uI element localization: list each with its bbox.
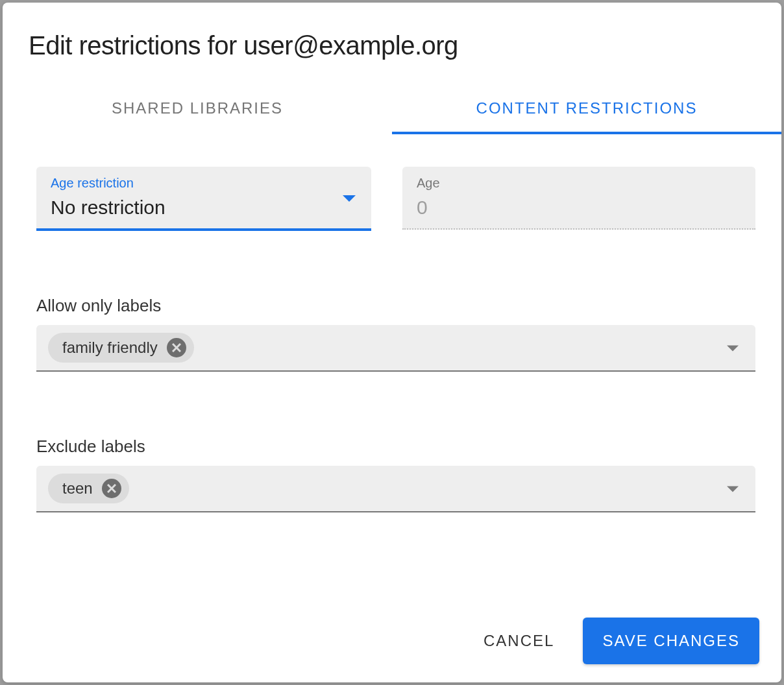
exclude-labels-field[interactable]: teen xyxy=(36,466,755,512)
chip-remove-icon[interactable] xyxy=(167,338,186,357)
chip-exclude-label: teen xyxy=(48,474,129,503)
chevron-down-icon xyxy=(727,486,739,492)
age-input[interactable]: Age 0 xyxy=(402,167,755,230)
chip-label: family friendly xyxy=(62,339,158,357)
chevron-down-icon xyxy=(343,195,356,202)
allow-only-labels-field[interactable]: family friendly xyxy=(36,325,755,372)
allow-only-labels-title: Allow only labels xyxy=(36,296,755,316)
chip-allow-label: family friendly xyxy=(48,333,194,363)
age-restriction-label: Age restriction xyxy=(51,176,358,191)
tabs: Shared Libraries Content Restrictions xyxy=(3,81,781,134)
chevron-down-icon xyxy=(727,345,739,351)
age-restriction-select[interactable]: Age restriction No restriction xyxy=(36,167,371,231)
tab-panel-content-restrictions: Age restriction No restriction Age 0 All… xyxy=(3,134,781,532)
allow-only-labels-section: Allow only labels family friendly xyxy=(36,296,755,372)
edit-restrictions-dialog: Edit restrictions for user@example.org S… xyxy=(3,3,781,682)
age-label: Age xyxy=(417,176,742,191)
tab-shared-libraries[interactable]: Shared Libraries xyxy=(3,81,392,134)
dialog-title: Edit restrictions for user@example.org xyxy=(3,3,781,81)
age-placeholder: 0 xyxy=(417,193,742,222)
exclude-labels-section: Exclude labels teen xyxy=(36,437,755,512)
age-row: Age restriction No restriction Age 0 xyxy=(36,167,755,231)
age-restriction-value: No restriction xyxy=(51,193,358,222)
chip-remove-icon[interactable] xyxy=(102,479,121,498)
tab-content-restrictions[interactable]: Content Restrictions xyxy=(392,81,781,134)
save-changes-button[interactable]: Save Changes xyxy=(583,618,759,664)
cancel-button[interactable]: Cancel xyxy=(478,623,559,659)
chip-label: teen xyxy=(62,479,93,498)
exclude-labels-title: Exclude labels xyxy=(36,437,755,457)
dialog-actions: Cancel Save Changes xyxy=(478,618,759,664)
